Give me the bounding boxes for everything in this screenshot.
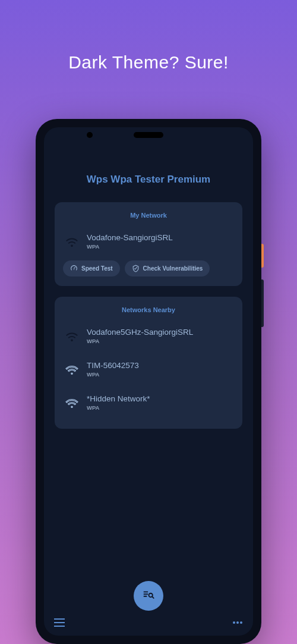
my-network-card: My Network Vodafone-SangiorgiSRL WPA <box>55 202 242 286</box>
phone-frame: Wps Wpa Tester Premium My Network Vodafo… <box>36 119 261 644</box>
phone-screen: Wps Wpa Tester Premium My Network Vodafo… <box>44 127 253 636</box>
menu-icon[interactable] <box>53 617 65 629</box>
network-name: Vodafone-SangiorgiSRL <box>87 233 173 242</box>
check-vuln-label: Check Vulnerabilities <box>143 265 203 272</box>
network-info: Vodafone-SangiorgiSRL WPA <box>87 233 173 250</box>
svg-point-1 <box>233 621 235 624</box>
network-security: WPA <box>87 371 139 378</box>
network-info: *Hidden Network* WPA <box>87 394 150 411</box>
speed-icon <box>70 265 78 272</box>
nearby-network-row[interactable]: *Hidden Network* WPA <box>63 386 234 419</box>
svg-point-3 <box>240 621 242 624</box>
my-network-header: My Network <box>63 212 234 219</box>
more-icon[interactable] <box>232 617 244 629</box>
app-content: Wps Wpa Tester Premium My Network Vodafo… <box>44 127 253 636</box>
network-name: Vodafone5GHz-SangiorgiSRL <box>87 328 193 337</box>
scan-fab-button[interactable] <box>134 581 163 611</box>
my-network-actions: Speed Test Check Vulnerabilities <box>63 260 234 277</box>
scan-icon <box>142 588 155 604</box>
wifi-icon <box>65 397 78 408</box>
nearby-header: Networks Nearby <box>63 306 234 313</box>
network-info: Vodafone5GHz-SangiorgiSRL WPA <box>87 328 193 344</box>
my-network-row[interactable]: Vodafone-SangiorgiSRL WPA <box>63 228 234 258</box>
shield-icon <box>132 265 140 272</box>
speed-test-label: Speed Test <box>81 265 113 272</box>
nearby-network-row[interactable]: Vodafone5GHz-SangiorgiSRL WPA <box>63 323 234 353</box>
network-security: WPA <box>87 338 193 344</box>
promo-title: Dark Theme? Sure! <box>0 0 297 73</box>
wifi-icon <box>65 236 78 247</box>
power-button <box>261 244 264 268</box>
network-name: TIM-56042573 <box>87 361 139 370</box>
nearby-network-row[interactable]: TIM-56042573 WPA <box>63 353 234 386</box>
networks-nearby-card: Networks Nearby Vodafone5GHz-SangiorgiSR… <box>55 297 242 429</box>
speed-test-button[interactable]: Speed Test <box>63 260 120 277</box>
check-vulnerabilities-button[interactable]: Check Vulnerabilities <box>125 260 210 277</box>
app-title: Wps Wpa Tester Premium <box>55 174 242 186</box>
network-security: WPA <box>87 404 150 411</box>
network-info: TIM-56042573 WPA <box>87 361 139 378</box>
wifi-icon <box>65 331 78 341</box>
wifi-icon <box>65 364 78 375</box>
network-security: WPA <box>87 243 173 250</box>
bottom-bar <box>44 610 253 636</box>
svg-point-2 <box>236 621 239 624</box>
volume-button <box>261 279 264 327</box>
network-name: *Hidden Network* <box>87 394 150 403</box>
